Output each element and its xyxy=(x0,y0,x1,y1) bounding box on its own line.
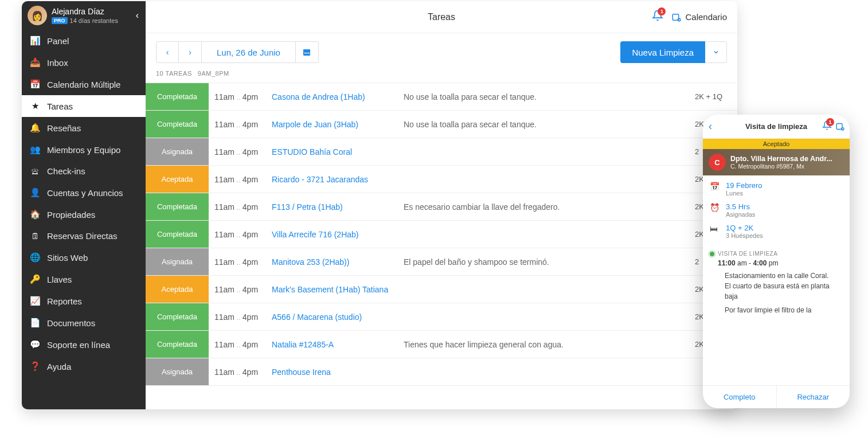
task-note: Tienes que hacer limpieza general con ag… xyxy=(404,340,695,349)
reject-button[interactable]: Rechazar xyxy=(776,386,850,408)
info-hours: ⏰ 3.5 Hrs Asignadas xyxy=(710,202,843,218)
time-window: 9AM_8PM xyxy=(198,70,229,77)
mobile-back-button[interactable]: ‹ xyxy=(709,120,712,132)
mobile-notif-badge: 1 xyxy=(826,118,834,126)
key-icon: 🔑 xyxy=(30,274,40,284)
sidebar-item-soporte-en-l-nea[interactable]: 💬 Soporte en línea xyxy=(22,334,146,355)
docs-icon: 📄 xyxy=(30,318,40,328)
sidebar-item-label: Calendario Múltiple xyxy=(47,80,120,89)
globe-icon: 🌐 xyxy=(30,252,40,263)
mobile-title: Visita de limpieza xyxy=(745,122,807,131)
status-badge: Completada xyxy=(146,221,209,248)
chat-icon: 💬 xyxy=(30,339,40,350)
sidebar-item-label: Miembros y Equipo xyxy=(47,145,120,155)
task-property-link[interactable]: Manitova 253 (2Hab)) xyxy=(272,257,404,267)
calendar-search-icon xyxy=(671,12,682,22)
date-nav: ‹ › Lun, 26 de Junio xyxy=(156,41,319,63)
sidebar-item-tareas[interactable]: ★ Tareas xyxy=(22,95,146,117)
accepted-banner: Aceptado xyxy=(703,139,850,149)
task-property-link[interactable]: ESTUDIO Bahía Coral xyxy=(272,147,404,157)
sidebar-item-label: Propiedades xyxy=(47,210,95,220)
task-time: 11am..4pm xyxy=(209,120,272,129)
direct-icon: 🗓 xyxy=(30,231,40,241)
notif-badge: 1 xyxy=(658,7,666,15)
date-label[interactable]: Lun, 26 de Junio xyxy=(202,41,296,63)
sidebar-item-check-ins[interactable]: 🛎 Check-ins xyxy=(22,161,146,182)
main-panel: Tareas 1 Calendario ‹ › Lun, 26 de Junio xyxy=(146,1,737,409)
status-badge: Completada xyxy=(146,111,209,138)
svg-rect-6 xyxy=(308,53,310,54)
avatar: 👩 xyxy=(28,6,47,25)
dashboard-icon: 📊 xyxy=(30,36,40,46)
visit-time: 11:00 am - 4:00 pm xyxy=(710,257,843,271)
date-picker-button[interactable] xyxy=(296,41,319,63)
task-property-link[interactable]: Ricardo - 3721 Jacarandas xyxy=(272,175,404,184)
mobile-card: ‹ Visita de limpieza 1 Aceptado C Dpto. … xyxy=(703,115,850,408)
sidebar-item-ayuda[interactable]: ❓ Ayuda xyxy=(22,355,146,377)
task-list[interactable]: Completada 11am..4pm Casona de Andrea (1… xyxy=(146,83,737,409)
task-row[interactable]: Asignada 11am..4pm Penthouse Irena xyxy=(146,358,737,386)
task-row[interactable]: Asignada 11am..4pm ESTUDIO Bahía Coral 2 xyxy=(146,138,737,166)
inbox-icon: 📥 xyxy=(30,57,40,68)
calendar-link[interactable]: Calendario xyxy=(671,12,727,22)
task-row[interactable]: Completada 11am..4pm A566 / Macarena (st… xyxy=(146,303,737,331)
task-row[interactable]: Asignada 11am..4pm Manitova 253 (2Hab)) … xyxy=(146,248,737,276)
sidebar-item-label: Check-ins xyxy=(47,166,85,176)
task-property-link[interactable]: Penthouse Irena xyxy=(272,367,404,377)
task-extra: 2K + 1Q xyxy=(695,92,737,101)
notifications-button[interactable]: 1 xyxy=(652,10,663,24)
sidebar-item-reservas-directas[interactable]: 🗓 Reservas Directas xyxy=(22,225,146,247)
task-row[interactable]: Aceptada 11am..4pm Ricardo - 3721 Jacara… xyxy=(146,166,737,193)
new-cleaning-dropdown[interactable] xyxy=(705,41,727,63)
meta-row: 10 TAREAS 9AM_8PM xyxy=(146,68,737,83)
mobile-notifications-button[interactable]: 1 xyxy=(822,120,832,133)
star-icon: ★ xyxy=(30,101,40,111)
task-property-link[interactable]: A566 / Macarena (studio) xyxy=(272,312,404,322)
task-row[interactable]: Completada 11am..4pm Casona de Andrea (1… xyxy=(146,83,737,111)
task-row[interactable]: Completada 11am..4pm F113 / Petra (1Hab)… xyxy=(146,193,737,221)
task-property-link[interactable]: Villa Arrecife 716 (2Hab) xyxy=(272,230,404,239)
task-row[interactable]: Aceptada 11am..4pm Mark's Basement (1Hab… xyxy=(146,276,737,303)
sidebar-item-calendario-m-ltiple[interactable]: 📅 Calendario Múltiple xyxy=(22,73,146,95)
sidebar-item-label: Panel xyxy=(47,36,69,46)
task-count: 10 TAREAS xyxy=(156,70,192,77)
sidebar-item-documentos[interactable]: 📄 Documentos xyxy=(22,312,146,334)
new-cleaning-button[interactable]: Nueva Limpieza xyxy=(620,41,705,63)
sidebar: 👩 Alejandra Díaz PRO 14 días restantes ‹… xyxy=(22,1,146,409)
sidebar-item-inbox[interactable]: 📥 Inbox xyxy=(22,52,146,73)
task-property-link[interactable]: Casona de Andrea (1Hab) xyxy=(272,92,404,101)
multical-icon: 📅 xyxy=(30,79,40,89)
calendar-icon: 📅 xyxy=(710,181,720,191)
mobile-hero[interactable]: C Dpto. Villa Hermosa de Andr... C. Metr… xyxy=(703,149,850,175)
complete-button[interactable]: Completo xyxy=(703,386,776,408)
task-row[interactable]: Completada 11am..4pm Natalia #12485-A Ti… xyxy=(146,331,737,358)
nav-list: 📊 Panel📥 Inbox📅 Calendario Múltiple★ Tar… xyxy=(22,30,146,377)
bed-icon: 🛏 xyxy=(710,224,720,233)
sidebar-item-rese-as[interactable]: 🔔 Reseñas xyxy=(22,117,146,139)
task-note: El papel del baño y shampoo se terminó. xyxy=(404,257,695,267)
sidebar-item-sitios-web[interactable]: 🌐 Sitios Web xyxy=(22,247,146,268)
sidebar-item-reportes[interactable]: 📈 Reportes xyxy=(22,290,146,312)
task-row[interactable]: Completada 11am..4pm Marpole de Juan (3H… xyxy=(146,111,737,138)
sidebar-item-label: Documentos xyxy=(47,318,95,328)
sidebar-item-llaves[interactable]: 🔑 Llaves xyxy=(22,268,146,290)
svg-rect-4 xyxy=(304,53,306,54)
filter-icon[interactable] xyxy=(835,122,845,131)
app-shell: 👩 Alejandra Díaz PRO 14 días restantes ‹… xyxy=(22,1,737,409)
sidebar-item-label: Tareas xyxy=(47,101,73,111)
date-next-button[interactable]: › xyxy=(179,41,202,63)
task-property-link[interactable]: Mark's Basement (1Hab) Tatiana xyxy=(272,285,404,294)
sidebar-item-miembros-y-equipo[interactable]: 👥 Miembros y Equipo xyxy=(22,139,146,161)
profile-block[interactable]: 👩 Alejandra Díaz PRO 14 días restantes ‹ xyxy=(22,1,146,30)
task-row[interactable]: Completada 11am..4pm Villa Arrecife 716 … xyxy=(146,221,737,248)
new-task-group: Nueva Limpieza xyxy=(620,41,727,63)
sidebar-item-cuentas-y-anuncios[interactable]: 👤 Cuentas y Anuncios xyxy=(22,182,146,204)
task-note: No use la toalla para secar el tanque. xyxy=(404,120,695,129)
sidebar-item-propiedades[interactable]: 🏠 Propiedades xyxy=(22,204,146,225)
task-property-link[interactable]: Natalia #12485-A xyxy=(272,340,404,349)
collapse-icon[interactable]: ‹ xyxy=(136,10,139,21)
task-property-link[interactable]: Marpole de Juan (3Hab) xyxy=(272,120,404,129)
date-prev-button[interactable]: ‹ xyxy=(156,41,179,63)
sidebar-item-panel[interactable]: 📊 Panel xyxy=(22,30,146,52)
task-property-link[interactable]: F113 / Petra (1Hab) xyxy=(272,202,404,212)
